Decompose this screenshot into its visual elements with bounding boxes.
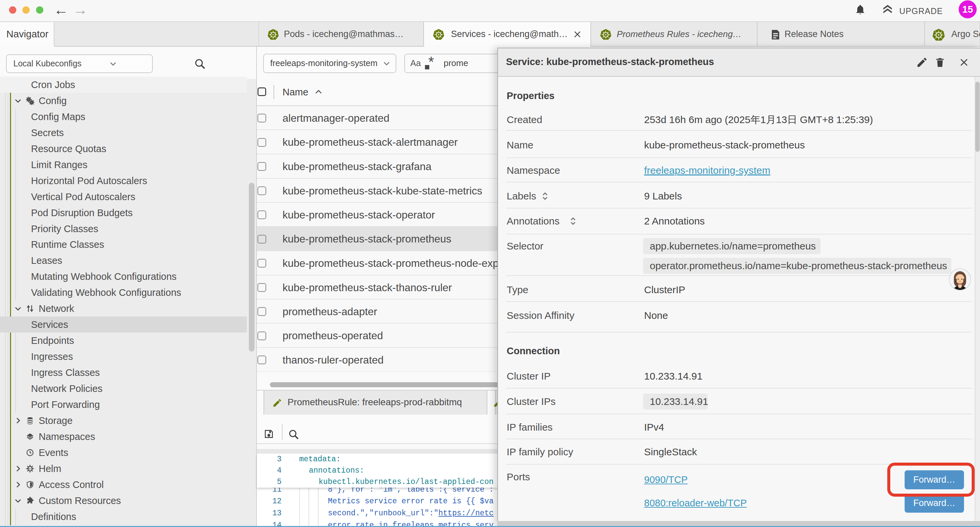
svg-text:HELM: HELM [27,468,33,470]
